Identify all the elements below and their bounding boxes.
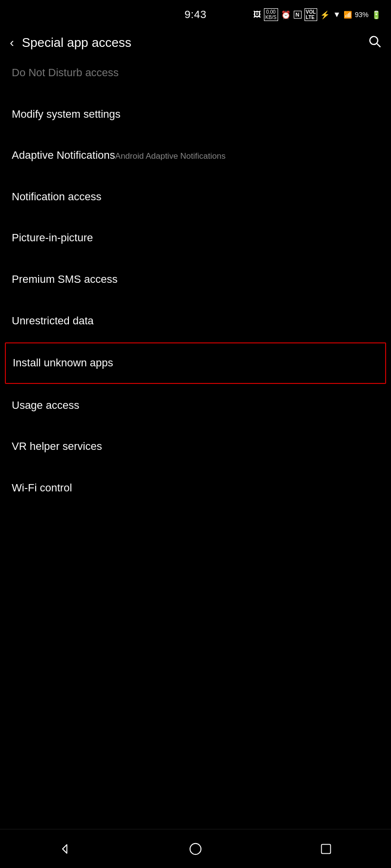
list-item-partial[interactable]: Do Not Disturb access [0,61,391,94]
signal-icon: 📶 [344,11,352,19]
status-icons: 🖼 0.00KB/S ⏰ N VOLLTE ⚡ ▼ 📶 93% 🔋 [253,8,381,21]
item-title-install-unknown: Install unknown apps [13,357,113,369]
volte-icon: VOLLTE [304,8,318,21]
list-item[interactable]: Wi-Fi control [0,467,391,509]
list-item[interactable]: Install unknown apps [5,342,386,384]
list-item[interactable]: Premium SMS access [0,259,391,300]
item-title-notification-access: Notification access [12,191,101,203]
item-title-dnd: Do Not Disturb access [12,66,119,79]
photo-icon: 🖼 [253,10,261,19]
item-title-usage-access: Usage access [12,399,79,411]
item-subtitle-adaptive-notifications: Android Adaptive Notifications [115,151,226,161]
item-title-picture-in-picture: Picture-in-picture [12,232,93,244]
list-item[interactable]: Unrestricted data [0,300,391,342]
status-bar: 9:43 🖼 0.00KB/S ⏰ N VOLLTE ⚡ ▼ 📶 93% 🔋 [0,0,391,29]
item-title-premium-sms: Premium SMS access [12,273,117,285]
back-button[interactable]: ‹ [10,35,14,50]
list-item[interactable]: VR helper services [0,426,391,467]
home-nav-button[interactable] [181,834,210,864]
recents-nav-button[interactable] [311,834,341,864]
svg-point-3 [190,843,201,854]
page-title: Special app access [22,35,360,50]
data-speed-icon: 0.00KB/S [264,8,278,21]
svg-marker-2 [63,845,67,853]
svg-rect-4 [321,844,330,853]
item-title-unrestricted-data: Unrestricted data [12,315,94,327]
item-title-adaptive-notifications: Adaptive Notifications [12,149,115,161]
status-time: 9:43 [185,8,207,21]
svg-line-1 [377,43,380,46]
battery-percent: 93% [355,11,369,19]
menu-list: Modify system settingsAdaptive Notificat… [0,94,391,509]
battery-icon: 🔋 [371,10,381,20]
bluetooth-icon: ⚡ [320,10,330,20]
alarm-icon: ⏰ [281,10,291,20]
list-item[interactable]: Adaptive NotificationsAndroid Adaptive N… [0,135,391,176]
bottom-nav [0,829,391,868]
wifi-icon: ▼ [333,10,341,19]
item-title-wifi-control: Wi-Fi control [12,482,72,494]
top-bar: ‹ Special app access [0,29,391,61]
list-item[interactable]: Picture-in-picture [0,217,391,259]
back-nav-button[interactable] [50,834,80,864]
list-item[interactable]: Usage access [0,385,391,426]
search-button[interactable] [368,34,381,51]
item-title-modify-system: Modify system settings [12,108,121,120]
item-title-vr-helper: VR helper services [12,440,102,452]
list-item[interactable]: Modify system settings [0,94,391,135]
nfc-icon: N [294,11,302,19]
list-item[interactable]: Notification access [0,176,391,218]
